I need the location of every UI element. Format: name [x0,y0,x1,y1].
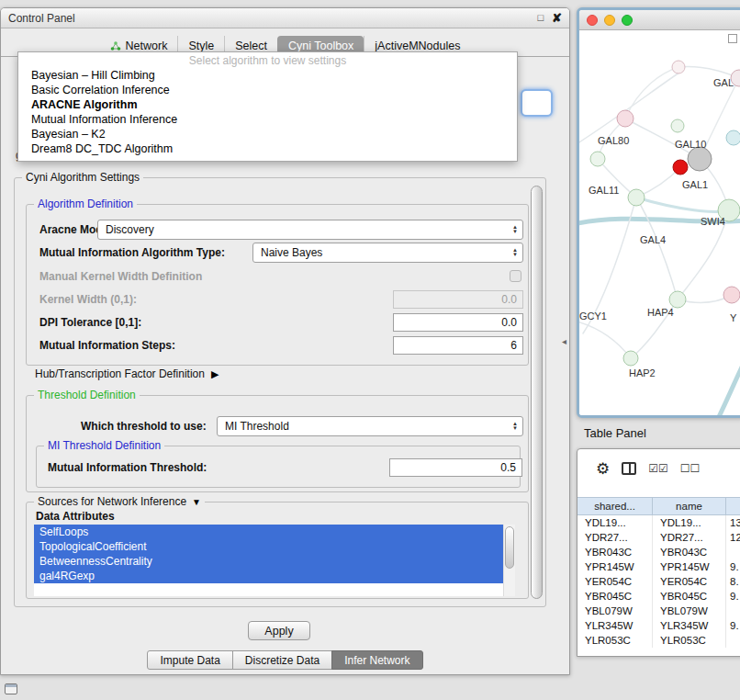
network-node[interactable] [590,152,605,166]
network-node[interactable] [672,61,685,73]
table-cell: YDR27... [653,530,726,545]
mi-threshold-field[interactable]: 0.5 [389,458,522,477]
attributes-scrollbar[interactable] [503,525,515,596]
network-node[interactable] [628,189,645,206]
algorithm-option[interactable]: Basic Correlation Inference [18,83,517,97]
mi-steps-field[interactable]: 6 [393,336,523,355]
network-node[interactable] [723,287,740,303]
column-header-name[interactable]: name [653,498,726,514]
tab-label: jActiveMNodules [375,40,460,52]
network-node[interactable] [726,130,740,145]
data-attributes-items: SelfLoopsTopologicalCoefficientBetweenne… [34,525,515,583]
table-row[interactable]: YBR045CYBR045C9. [577,589,740,604]
hub-definition-label: Hub/Transcription Factor Definition [35,367,205,380]
algorithm-option[interactable]: Bayesian – K2 [18,127,517,141]
panel-splitter-arrow[interactable]: ◂ [562,336,566,346]
network-edge[interactable] [636,198,729,211]
sources-toggle[interactable]: Sources for Network Inference ▼ [34,495,205,509]
spinner-arrows-icon: ▲▼ [512,417,518,435]
hub-definition-toggle[interactable]: Hub/Transcription Factor Definition ▶ [35,367,219,380]
data-attributes-list[interactable]: SelfLoopsTopologicalCoefficientBetweenne… [34,525,515,596]
dpi-tolerance-field[interactable]: 0.0 [393,313,523,332]
network-view-window: GALGAL80GAL10GAL11GAL1SWI4GAL4GCY1HAP4YH… [577,7,740,418]
network-node-label: HAP4 [647,307,674,318]
table-row[interactable]: YLR345WYLR345W9. [577,618,740,633]
table-cell: YDR27... [577,530,653,545]
column-header-extra[interactable] [726,498,740,514]
select-all-checkboxes-icon[interactable]: ☑☑ [648,462,668,475]
columns-icon[interactable] [622,462,636,475]
attribute-item[interactable]: TopologicalCoefficient [34,539,515,554]
network-node[interactable] [671,119,684,132]
network-edge[interactable] [717,339,740,415]
tab-impute-data[interactable]: Impute Data [147,650,232,670]
close-traffic-light[interactable] [587,15,598,26]
network-node[interactable] [669,291,686,308]
tab-label: Impute Data [160,654,219,667]
network-icon [110,40,121,51]
zoom-traffic-light[interactable] [622,15,633,26]
control-panel-titlebar[interactable]: Control Panel □ ✘ [1,8,569,28]
algorithm-option[interactable]: Dream8 DC_TDC Algorithm [18,141,517,156]
tab-infer-network[interactable]: Infer Network [331,650,422,670]
network-node[interactable] [623,351,638,366]
network-window-titlebar[interactable] [579,10,740,30]
network-node-label: GAL80 [598,135,629,146]
minimize-traffic-light[interactable] [604,15,615,26]
mi-type-value: Naive Bayes [261,246,322,259]
table-cell: 9. [726,589,740,604]
table-cell: 9. [726,618,740,633]
algorithm-option[interactable]: Bayesian – Hill Climbing [18,68,517,83]
attribute-item[interactable]: SelfLoops [34,525,515,539]
algorithm-option[interactable]: ARACNE Algorithm [18,97,517,112]
table-cell: YBR043C [577,545,653,559]
network-node[interactable] [688,147,712,171]
threshold-definition-title: Threshold Definition [34,389,140,402]
table-row[interactable]: YDR27...YDR27...12 [577,530,740,545]
attribute-item[interactable]: BetweennessCentrality [34,554,515,569]
focused-spinner-button[interactable] [521,89,553,117]
attribute-item[interactable]: gal4RGexp [34,569,515,583]
mi-threshold-group: MI Threshold Definition Mutual Informati… [36,446,521,488]
network-canvas-area[interactable]: GALGAL80GAL10GAL11GAL1SWI4GAL4GCY1HAP4YH… [579,30,740,415]
network-edge[interactable] [579,71,682,148]
settings-scrollbar[interactable] [531,186,543,599]
network-node[interactable] [617,110,633,127]
tab-discretize-data[interactable]: Discretize Data [232,650,332,670]
apply-button[interactable]: Apply [248,621,310,640]
network-edge[interactable] [625,67,678,119]
tab-label: Style [188,40,214,52]
table-row[interactable]: YBR043CYBR043C [577,545,740,559]
tab-label: Infer Network [344,654,409,667]
close-icon[interactable]: ✘ [552,13,562,23]
docked-panel-icon[interactable] [5,683,17,694]
network-edge[interactable] [636,198,678,299]
deselect-all-checkboxes-icon[interactable]: ☐☐ [680,462,701,475]
table-row[interactable]: YLR053CYLR053C [577,633,740,648]
table-row[interactable]: YBL079WYBL079W [577,604,740,618]
table-cell: YER054C [577,574,653,589]
attributes-scrollbar-thumb[interactable] [505,526,514,569]
algorithm-option[interactable]: Mutual Information Inference [18,112,517,127]
network-canvas[interactable]: GALGAL80GAL10GAL11GAL1SWI4GAL4GCY1HAP4YH… [579,30,740,415]
network-node[interactable] [673,160,688,175]
network-corner-box [728,34,737,43]
restore-icon[interactable]: □ [537,13,544,23]
settings-scrollbar-thumb[interactable] [531,186,543,599]
table-cell: YLR345W [577,618,653,633]
table-row[interactable]: YER054CYER054C8. [577,574,740,589]
table-row[interactable]: YPR145WYPR145W9. [577,559,740,574]
which-threshold-select[interactable]: MI Threshold ▲▼ [217,416,523,436]
aracne-mode-select[interactable]: Discovery ▲▼ [97,220,523,240]
cyni-algorithm-settings-group: Cyni Algorithm Settings Algorithm Defini… [14,177,546,607]
data-attributes-label: Data Attributes [36,510,115,523]
network-node-label: SWI4 [701,216,725,227]
gear-icon[interactable]: ⚙ [596,461,610,477]
mi-type-select[interactable]: Naive Bayes ▲▼ [252,243,523,263]
manual-kernel-checkbox[interactable] [510,270,521,282]
column-header-shared[interactable]: shared... [577,498,653,514]
table-header: shared... name [577,497,740,515]
table-cell: YPR145W [577,559,653,574]
spinner-arrows-icon: ▲▼ [512,243,518,262]
table-row[interactable]: YDL19...YDL19...13 [577,515,740,530]
